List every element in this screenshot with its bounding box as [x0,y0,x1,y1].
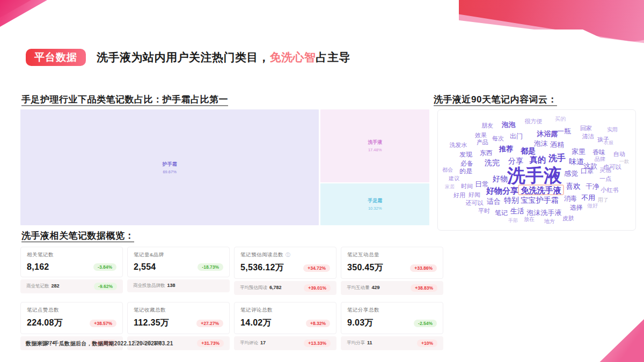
metric-title: 笔记预估阅读总数 [240,252,283,258]
metric-value-row: 9.03万-2.54% [347,317,437,329]
metric-title-row: 笔记量&品牌 [134,252,223,258]
wordcloud-word: 实用 [607,127,618,132]
metrics-grid: 相关笔记数8,162-3.84%商业笔记数282-9.62%笔记量&品牌2,55… [20,247,443,350]
wordcloud-word: 一瓶 [557,128,571,135]
change-badge: +27.27% [196,320,223,327]
metric-value: 8,162 [27,262,49,272]
metric-card: 笔记预估阅读总数ⓘ5,536.12万+34.72%平均预估阅读6,782+39.… [234,247,336,295]
slide-content: 平台数据 洗手液为站内用户关注热门类目，免洗心智占主导 手足护理行业下品类笔记数… [0,0,644,362]
metric-sub-label-group: 平均互动量429 [347,285,380,291]
wordcloud-word: 品牌 [595,157,605,162]
metric-value: 350.45万 [347,262,383,274]
wordcloud-word: 洗发水 [450,142,467,148]
change-badge: -18.73% [197,263,223,271]
metric-value-row: 112.35万+27.27% [134,317,223,329]
wordcloud-word: 洗完 [485,159,500,166]
wordcloud-word: 酒精 [550,141,564,148]
metric-value: 5,536.12万 [240,262,284,274]
metric-sub-label: 平均评论 [240,340,258,346]
change-badge: +8.32% [306,320,330,327]
metric-value: 224.08万 [27,317,63,329]
wordcloud-word: 东西 [480,150,493,156]
wordcloud-word: 家里 [572,148,586,155]
wordcloud-word: 推荐 [499,145,513,152]
metric-value-row: 5,536.12万+34.72% [240,262,330,274]
wordcloud-word: 泡泡 [502,121,516,128]
change-badge: +38.83% [411,284,437,292]
wordcloud-word: 建议 [449,176,459,181]
change-badge: +38.57% [90,320,116,327]
wordcloud-word: 都会 [442,167,453,173]
wordcloud-word: 自动 [613,151,625,157]
metric-title: 相关笔记数 [27,252,54,258]
metric-sub-label: 商业笔记数 [26,283,49,290]
wordcloud-word: 用了 [598,197,609,203]
change-badge: -9.62% [94,283,117,290]
metric-value-row: 14.02万+8.32% [240,317,330,329]
wordcloud-word: 不用 [581,194,595,201]
metric-title: 笔记评论总数 [240,307,273,314]
metric-card: 笔记评论总数14.02万+8.32%平均评论17+13.33% [234,302,336,350]
change-badge: +10% [417,339,437,347]
wordcloud-word: 平时 [478,208,490,214]
wordcloud-word: 发现 [459,151,472,158]
metric-card-main: 笔记评论总数14.02万+8.32% [234,302,336,334]
wordcloud-word: 产品 [477,139,488,145]
metric-card-main: 笔记分享总数9.03万-2.54% [341,302,443,334]
info-icon[interactable]: ⓘ [286,253,290,257]
metric-title-row: 笔记点赞总数 [27,307,116,314]
metrics-section-title: 洗手液相关笔记数据概览： [21,230,134,242]
treemap-section-title: 手足护理行业下品类笔记数占比：护手霜占比第一 [21,93,228,106]
metric-card: 笔记量&品牌2,554-18.73%商业投放品牌数138 [127,247,230,295]
treemap-segment-name: 手足霜 [368,197,382,204]
treemap-segment-percent: 17.48% [368,147,382,152]
metric-title-row: 笔记预估阅读总数ⓘ [240,252,330,258]
wordcloud-word: 家居 [445,184,455,189]
metric-title-row: 笔记互动总量 [347,252,437,258]
metric-value: 9.03万 [347,317,374,329]
metric-sub-value: 6,782 [269,285,282,290]
metric-card-sub: 平均评论17+13.33% [234,336,336,350]
wordcloud-word: 洗手液 [507,166,562,184]
wordcloud-word: 好物 [493,175,508,182]
metric-title-row: 笔记收藏总数 [134,307,223,314]
wordcloud-word: 买的 [555,116,566,122]
metric-sub-label-group: 商业笔记数282 [26,283,60,290]
metric-title-row: 笔记分享总数 [347,307,437,314]
wordcloud-word: 生活 [510,208,524,215]
wordcloud-word: 消毒 [564,195,577,202]
wordcloud-word: 泡沫 [534,140,548,147]
title-highlight: 免洗心智 [270,51,316,63]
wordcloud-word: 放在 [524,217,535,222]
metric-value-row: 350.45万+33.86% [347,262,437,274]
metric-sub-label: 平均互动量 [347,285,370,291]
wordcloud-word: 每次 [492,136,504,142]
metric-title-row: 相关笔记数 [27,252,116,258]
title-prefix: 洗手液为站内用户关注热门类目， [97,51,270,63]
wordcloud-word: 衣服 [604,141,613,145]
metric-title: 笔记量&品牌 [134,252,164,258]
treemap-segment-name: 洗手液 [368,139,382,146]
wordcloud: 朋友泡泡很方便买的一瓶回家实用效果每次出门沐浴露清洁孩子洗发水产品东西推荐都是泡… [437,109,636,231]
wordcloud-word: 小红书 [601,187,619,193]
metric-card-main: 笔记互动总量350.45万+33.86% [341,247,443,279]
metric-value-row: 2,554-18.73% [134,262,223,272]
metric-card-sub: 商业笔记数282-9.62% [20,279,123,293]
metric-sub-value: 282 [52,283,60,289]
metric-card: 相关笔记数8,162-3.84%商业笔记数282-9.62% [20,247,123,295]
metric-card-main: 相关笔记数8,162-3.84% [20,247,123,277]
wordcloud-word: 口罩 [581,168,594,174]
treemap: 护手霜69.67%洗手液17.48%手足霜10.32% [20,109,429,225]
change-badge: +33.86% [410,264,437,272]
change-badge: +39.01% [304,284,331,292]
metric-title-row: 笔记评论总数 [240,307,330,314]
wordcloud-word: 好用 [453,193,465,198]
wordcloud-word: 好物分享 [486,187,518,195]
wordcloud-word: 沐浴露 [537,130,558,137]
metric-value: 112.35万 [134,317,169,329]
treemap-segment: 手足霜10.32% [320,183,429,225]
change-badge: +34.72% [303,264,330,272]
wordcloud-word-highlighted: 免洗洗手液 [518,185,564,195]
wordcloud-word: 的是 [459,168,472,174]
metric-sub-value: 17 [260,340,266,345]
